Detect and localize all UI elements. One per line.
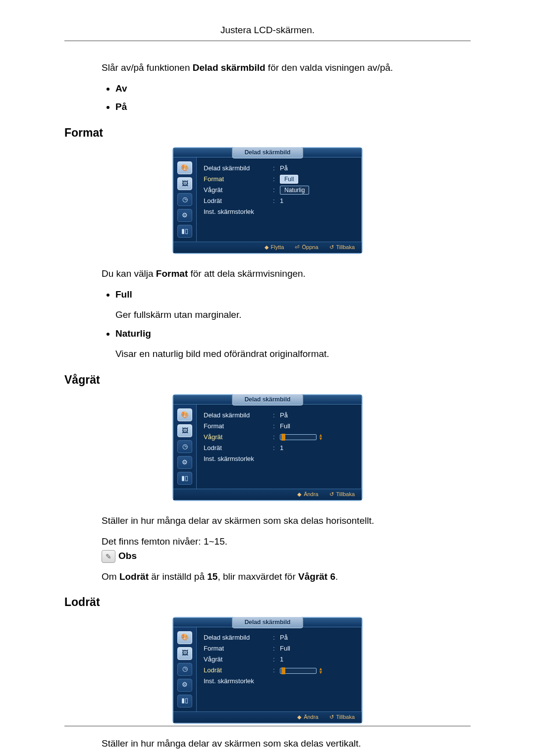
osd-action-move: ◆Flytta: [265, 244, 284, 252]
picture-icon[interactable]: 🖼: [177, 647, 192, 660]
footer-rule: [64, 726, 471, 726]
osd-option-naturlig[interactable]: Naturlig: [280, 186, 309, 195]
gear-icon[interactable]: ⚙: [177, 209, 192, 222]
intro-pre: Slår av/på funktionen: [102, 62, 193, 73]
clock-icon[interactable]: ◷: [177, 193, 192, 206]
diamond-icon: ◆: [297, 491, 301, 499]
osd-label: Vågrät: [204, 655, 273, 664]
osd-title: Delad skärmbild: [232, 394, 303, 405]
osd-label: Vågrät: [204, 433, 273, 442]
osd-row[interactable]: Format : Full: [204, 644, 355, 654]
bullet-pa: På: [115, 100, 471, 114]
chart-icon[interactable]: ▮▯: [177, 225, 192, 238]
osd-row[interactable]: Delad skärmbild : På: [204, 633, 355, 643]
palette-icon[interactable]: 🎨: [177, 161, 192, 174]
osd-label: Delad skärmbild: [204, 633, 273, 643]
osd-label: Format: [204, 175, 273, 184]
back-icon: ↺: [329, 491, 334, 499]
gear-icon[interactable]: ⚙: [177, 679, 192, 692]
osd-row[interactable]: Delad skärmbild : På: [204, 410, 355, 420]
option-full: Full Ger fullskärm utan marginaler.: [115, 288, 471, 322]
osd-action-back: ↺Tillbaka: [329, 244, 355, 252]
osd-row[interactable]: Delad skärmbild : På: [204, 163, 355, 173]
clock-icon[interactable]: ◷: [177, 440, 192, 453]
osd-action-change: ◆Ändra: [297, 713, 318, 721]
gear-icon[interactable]: ⚙: [177, 456, 192, 469]
osd-menu-format: Delad skärmbild 🎨 🖼 ◷ ⚙ ▮▯ Delad skärmbi…: [172, 147, 363, 254]
arrow-down-icon: ▼: [319, 671, 323, 674]
palette-icon[interactable]: 🎨: [177, 408, 192, 421]
osd-icon-strip: 🎨 🖼 ◷ ⚙ ▮▯: [173, 627, 197, 711]
osd-label: Format: [204, 422, 273, 431]
osd-row[interactable]: Vågrät : 1: [204, 655, 355, 665]
arrow-down-icon: ▼: [319, 437, 323, 441]
bullet-av: Av: [115, 82, 471, 96]
osd-title: Delad skärmbild: [232, 617, 303, 628]
intro-text: Slår av/på funktionen Delad skärmbild fö…: [102, 61, 471, 75]
osd-slider[interactable]: ▲▼: [280, 434, 323, 441]
osd-menu-vagrat: Delad skärmbild 🎨 🖼 ◷ ⚙ ▮▯ Delad skärmbi…: [172, 394, 363, 501]
osd-value: Full: [280, 644, 290, 654]
osd-row[interactable]: Lodrät : ▲▼: [204, 666, 355, 676]
osd-row[interactable]: Lodrät : 1: [204, 443, 355, 453]
osd-label: Lodrät: [204, 444, 273, 453]
intro-bullets: Av På: [102, 82, 471, 114]
osd-action-change: ◆Ändra: [297, 491, 318, 499]
picture-icon[interactable]: 🖼: [177, 424, 192, 437]
picture-icon[interactable]: 🖼: [177, 177, 192, 190]
format-options: Full Ger fullskärm utan marginaler. Natu…: [102, 288, 471, 361]
intro-post: för den valda visningen av/på.: [266, 62, 393, 73]
osd-label: Lodrät: [204, 197, 273, 206]
lodrat-desc: Ställer in hur många delar av skärmen so…: [102, 737, 471, 751]
chart-icon[interactable]: ▮▯: [177, 695, 192, 707]
vagrat-desc: Ställer in hur många delar av skärmen so…: [102, 514, 471, 528]
osd-title: Delad skärmbild: [232, 147, 303, 158]
osd-action-back: ↺Tillbaka: [329, 713, 355, 721]
palette-icon[interactable]: 🎨: [177, 631, 192, 644]
section-heading-format: Format: [64, 125, 471, 141]
osd-footer: ◆Ändra ↺Tillbaka: [173, 489, 362, 500]
osd-value: På: [280, 164, 288, 173]
osd-footer: ◆Ändra ↺Tillbaka: [173, 711, 362, 723]
osd-label: Inst. skärmstorlek: [204, 454, 273, 464]
osd-menu-lodrat: Delad skärmbild 🎨 🖼 ◷ ⚙ ▮▯ Delad skärmbi…: [172, 617, 363, 724]
osd-label: Inst. skärmstorlek: [204, 207, 273, 217]
osd-row[interactable]: Vågrät : ▲▼: [204, 432, 355, 442]
osd-row[interactable]: Format : Full: [204, 421, 355, 431]
section-heading-lodrat: Lodrät: [64, 594, 471, 610]
vagrat-note: Om Lodrät är inställd på 15, blir maxvär…: [102, 570, 471, 584]
osd-label: Inst. skärmstorlek: [204, 677, 273, 686]
osd-action-open: ⏎Öppna: [295, 244, 318, 252]
osd-value: Full: [280, 422, 290, 431]
osd-row[interactable]: Vågrät : Naturlig: [204, 185, 355, 195]
osd-label: Delad skärmbild: [204, 164, 273, 173]
osd-slider[interactable]: ▲▼: [280, 667, 323, 674]
osd-row[interactable]: Lodrät : 1: [204, 196, 355, 206]
diamond-icon: ◆: [297, 713, 301, 721]
osd-row[interactable]: Inst. skärmstorlek: [204, 677, 355, 687]
clock-icon[interactable]: ◷: [177, 663, 192, 676]
osd-label: Lodrät: [204, 666, 273, 675]
osd-label: Format: [204, 644, 273, 654]
osd-row[interactable]: Inst. skärmstorlek: [204, 454, 355, 464]
back-icon: ↺: [329, 713, 334, 721]
osd-label: Delad skärmbild: [204, 411, 273, 420]
osd-row[interactable]: Format : Full: [204, 174, 355, 184]
vagrat-levels: Det finns femton nivåer: 1~15.: [102, 535, 471, 549]
osd-row[interactable]: Inst. skärmstorlek: [204, 207, 355, 217]
osd-value: 1: [280, 444, 283, 453]
osd-value: På: [280, 411, 288, 420]
enter-icon: ⏎: [295, 244, 299, 252]
osd-option-full[interactable]: Full: [280, 175, 298, 184]
chart-icon[interactable]: ▮▯: [177, 472, 192, 485]
osd-value: På: [280, 633, 288, 643]
option-naturlig: Naturlig Visar en naturlig bild med oför…: [115, 327, 471, 361]
page-header: Justera LCD-skärmen.: [64, 25, 471, 41]
osd-action-back: ↺Tillbaka: [329, 491, 355, 499]
note-icon: ✎: [102, 550, 115, 563]
diamond-icon: ◆: [265, 244, 268, 252]
format-desc: Du kan välja Format för att dela skärmvi…: [102, 267, 471, 281]
osd-footer: ◆Flytta ⏎Öppna ↺Tillbaka: [173, 242, 362, 253]
intro-bold: Delad skärmbild: [193, 62, 266, 73]
osd-label: Vågrät: [204, 186, 273, 195]
